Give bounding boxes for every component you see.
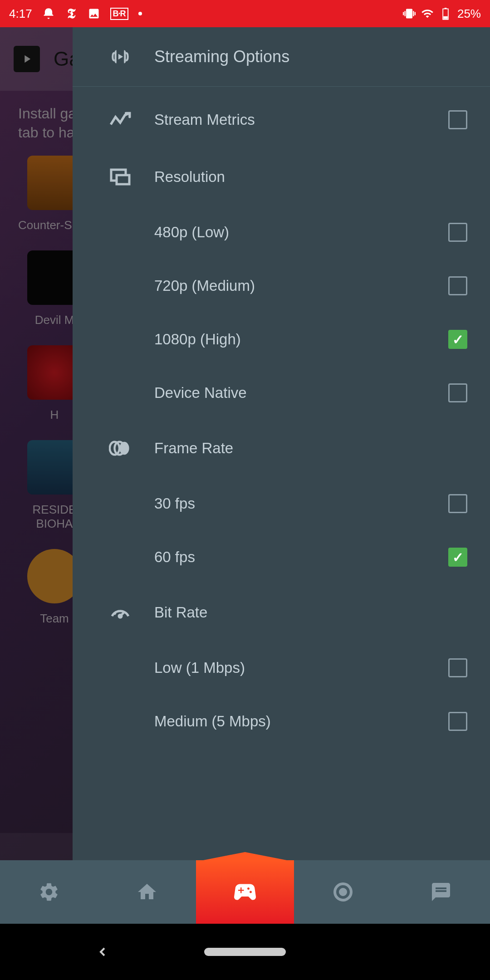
resolution-480p-checkbox[interactable] — [448, 223, 467, 242]
bit-rate-icon — [109, 601, 132, 624]
nav-chat[interactable] — [392, 860, 490, 924]
more-icon — [138, 12, 142, 15]
bitrate-low-checkbox[interactable] — [448, 658, 467, 677]
stream-metrics-label: Stream Metrics — [154, 111, 426, 128]
bitrate-low[interactable]: Low (1 Mbps) — [73, 641, 490, 695]
resolution-native[interactable]: Device Native — [73, 366, 490, 420]
wifi-icon — [421, 7, 434, 20]
framerate-30fps-checkbox[interactable] — [448, 494, 467, 513]
back-button[interactable] — [95, 945, 110, 959]
svg-line-11 — [118, 611, 118, 612]
vibrate-icon — [403, 7, 416, 20]
svg-rect-2 — [443, 16, 447, 19]
framerate-30fps[interactable]: 30 fps — [73, 477, 490, 530]
battery-icon — [439, 7, 452, 20]
resolution-1080p[interactable]: 1080p (High) ✓ — [73, 313, 490, 366]
svg-line-9 — [120, 612, 125, 616]
stream-metrics-checkbox[interactable] — [448, 110, 467, 129]
battery-percent: 25% — [457, 7, 481, 21]
frame-rate-icon — [109, 437, 132, 460]
home-pill[interactable] — [204, 948, 286, 956]
status-time: 4:17 — [9, 7, 32, 21]
bitrate-medium-checkbox[interactable] — [448, 712, 467, 731]
settings-drawer: Streaming Options Stream Metrics Resolut… — [73, 27, 490, 860]
status-bar: 4:17 𝕿 B·R 25% — [0, 0, 490, 27]
bit-rate-header: Bit Rate — [73, 584, 490, 641]
resolution-native-checkbox[interactable] — [448, 383, 467, 402]
svg-point-7 — [119, 442, 129, 455]
resolution-label: Resolution — [154, 168, 467, 186]
system-nav — [0, 924, 490, 980]
framerate-60fps[interactable]: 60 fps ✓ — [73, 530, 490, 584]
drawer-title: Streaming Options — [154, 47, 289, 66]
frame-rate-header: Frame Rate — [73, 420, 490, 477]
resolution-720p-checkbox[interactable] — [448, 276, 467, 295]
nav-settings[interactable] — [0, 860, 98, 924]
cast-icon — [42, 7, 55, 20]
svg-rect-1 — [445, 8, 447, 9]
resolution-720p[interactable]: 720p (Medium) — [73, 259, 490, 313]
drawer-header: Streaming Options — [73, 27, 490, 87]
framerate-60fps-checkbox[interactable]: ✓ — [448, 548, 467, 567]
svg-point-13 — [340, 889, 346, 895]
resolution-480p[interactable]: 480p (Low) — [73, 206, 490, 259]
resolution-icon — [109, 166, 132, 188]
bottom-nav — [0, 860, 490, 924]
bitrate-medium[interactable]: Medium (5 Mbps) — [73, 695, 490, 748]
svg-rect-4 — [117, 175, 129, 184]
resolution-header: Resolution — [73, 148, 490, 206]
nyt-icon: 𝕿 — [65, 7, 78, 20]
svg-line-10 — [115, 613, 116, 614]
nav-home[interactable] — [98, 860, 196, 924]
br-icon: B·R — [110, 8, 128, 20]
nav-stream[interactable] — [294, 860, 392, 924]
resolution-1080p-checkbox[interactable]: ✓ — [448, 330, 467, 349]
image-icon — [88, 7, 100, 20]
streaming-icon — [109, 45, 132, 68]
frame-rate-label: Frame Rate — [154, 440, 467, 457]
bit-rate-label: Bit Rate — [154, 604, 467, 621]
metrics-icon — [109, 108, 132, 131]
nav-games[interactable] — [196, 860, 294, 924]
stream-metrics-item[interactable]: Stream Metrics — [73, 91, 490, 148]
